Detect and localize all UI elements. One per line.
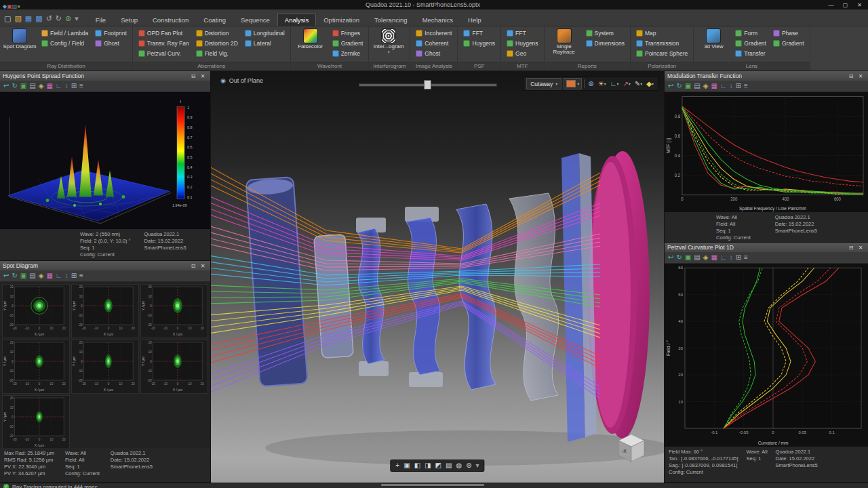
ribbon-button-lateral[interactable]: Lateral [242,38,288,48]
ribbon-button-transmission[interactable]: Transmission [633,38,690,48]
ribbon-button-footprint[interactable]: Footprint [92,28,130,38]
back-icon[interactable]: ↩ [3,82,9,90]
tab-coating[interactable]: Coating [196,14,233,26]
back-icon[interactable]: ↩ [668,82,673,90]
ribbon-button-huygens[interactable]: Huygens [460,38,498,48]
axes-icon[interactable]: ∟ [720,253,727,262]
panel-close-button[interactable]: ✕ [198,263,208,269]
tab-optimization[interactable]: Optimization [316,14,367,26]
lens-3d-viewport[interactable]: ◉ Out of Plane Cutaway ▾ ▾ ⊛☀▾∟▾↗▾✎▾◆▾ [211,71,664,483]
lock-icon[interactable]: ◈ [39,272,44,280]
ribbon-button-transfer[interactable]: Transfer [732,48,769,58]
mtf-plot[interactable]: 02004006000.20.40.60.8Spatial Frequency … [665,92,868,212]
ribbon-button-map[interactable]: Map [633,28,690,38]
scale-icon[interactable]: ↕ [65,82,68,90]
scale-icon[interactable]: ↕ [65,272,68,280]
petzval-plot[interactable]: -0.1-0.0500.050.1102030405060Curvature /… [665,264,868,447]
redo-icon[interactable]: ↻ [56,14,62,23]
ribbon-button-inter-ogram[interactable]: Inter...ogram▾ [372,28,406,55]
ribbon-button-distortion-2d[interactable]: Distortion 2D [193,38,241,48]
legend-icon[interactable]: ≡ [744,253,748,262]
spot-diagram-cell[interactable]: -20-100102020100-10-20X / µmY / µm [2,284,70,338]
refresh-icon[interactable]: ↻ [676,253,682,262]
render-options-icon[interactable]: ☀▾ [597,80,608,87]
side-view-icon[interactable]: ◨ [425,462,431,470]
palette-icon[interactable]: ▦ [711,82,717,90]
ribbon-button-spot-diagram[interactable]: Spot Diagram [3,28,37,49]
ribbon-button-phase[interactable]: Phase [770,28,807,38]
ribbon-button-falsecolor[interactable]: Falsecolor [294,28,328,49]
spot-diagram-cell[interactable]: -20-100102020100-10-20X / µmY / µm [71,284,139,338]
tab-file[interactable]: File [88,14,113,26]
cutaway-dropdown[interactable]: Cutaway ▾ [526,78,561,89]
tab-setup[interactable]: Setup [113,14,145,26]
snapshot-icon[interactable]: ▣ [685,253,691,262]
lock-icon[interactable]: ◈ [703,253,709,262]
panel-close-button[interactable]: ✕ [856,73,865,79]
palette-icon[interactable]: ▦ [46,82,52,90]
back-icon[interactable]: ↩ [668,253,673,262]
ribbon-button-gradient[interactable]: Gradient [330,38,366,48]
tab-construction[interactable]: Construction [145,14,196,26]
palette-icon[interactable]: ▦ [711,253,717,262]
spot-diagram-cell[interactable]: -20-100102020100-10-20X / µmY / µm [71,340,139,394]
undo-icon[interactable]: ↺ [46,14,52,23]
tab-tolerancing[interactable]: Tolerancing [367,14,415,26]
save-icon[interactable]: ▦ [25,14,32,23]
ribbon-button-zernike[interactable]: Zernike [330,48,366,58]
mtf-panel-titlebar[interactable]: Modulation Transfer Function ⊟ ✕ [665,71,868,81]
snapshot-icon[interactable]: ▣ [20,272,26,280]
copy-icon[interactable]: ▤ [29,272,35,280]
ray-display-icon[interactable]: ↗▾ [621,80,631,87]
grid-icon[interactable]: ⊞ [71,82,77,90]
front-view-icon[interactable]: ◧ [414,462,420,470]
annotate-icon[interactable]: ✎▾ [633,80,644,87]
refresh-icon[interactable]: ↻ [12,82,17,90]
ribbon-button-fft[interactable]: FFT [504,28,541,38]
ribbon-button-huygens[interactable]: Huygens [504,38,541,48]
ribbon-button-field-lambda[interactable]: Field / Lambda [39,28,91,38]
tab-analysis[interactable]: Analysis [277,14,316,26]
more-caret-icon[interactable]: ▾ [476,462,479,470]
spot-diagram-cell[interactable]: -20-100102020100-10-20X / µmY / µm [2,395,70,448]
legend-icon[interactable]: ≡ [79,82,83,90]
lock-icon[interactable]: ◈ [39,82,44,90]
save-all-icon[interactable]: ▩ [35,14,42,23]
axes-icon[interactable]: ∟ [56,82,62,90]
cutaway-color-dropdown[interactable]: ▾ [564,78,582,89]
spot-panel-titlebar[interactable]: Spot Diagram ⊟ ✕ [0,261,210,270]
axes-icon[interactable]: ∟ [720,82,727,90]
cube-view-icon[interactable]: ▣ [403,462,410,470]
refresh-icon[interactable]: ↻ [676,82,682,90]
lock-icon[interactable]: ◈ [703,82,709,90]
ribbon-button-ghost[interactable]: Ghost [92,38,130,48]
scale-icon[interactable]: ↕ [730,82,733,90]
h-scrollbar[interactable] [381,484,484,486]
layers-icon[interactable]: ▤ [446,462,452,470]
panel-minimize-button[interactable]: ⊟ [846,245,856,251]
ribbon-button-coherent[interactable]: Coherent [413,38,454,48]
ribbon-button-gradient[interactable]: Gradient [770,38,807,48]
ribbon-button-transv-ray-fan[interactable]: Transv. Ray Fan [136,38,192,48]
ribbon-button-petzval-curv[interactable]: Petzval Curv. [136,48,192,58]
tab-help[interactable]: Help [460,14,489,26]
panel-close-button[interactable]: ✕ [198,73,208,79]
petzval-panel-titlebar[interactable]: Petzval Curvature Plot 1D ⊟ ✕ [665,243,868,252]
grid-icon[interactable]: ⊞ [736,82,741,90]
panel-close-button[interactable]: ✕ [856,245,865,251]
back-icon[interactable]: ↩ [3,272,9,280]
ribbon-button-dimensions[interactable]: Dimensions [583,38,627,48]
ribbon-button-single-raytrace[interactable]: Single Raytrace [547,28,581,56]
pan-icon[interactable]: + [395,462,399,470]
ribbon-button-gradient[interactable]: Gradient [732,38,769,48]
spot-diagram-cell[interactable]: -20-100102020100-10-20X / µmY / µm [2,340,70,394]
minimize-button[interactable]: — [825,2,837,8]
ribbon-button-fft[interactable]: FFT [460,28,498,38]
legend-icon[interactable]: ≡ [79,272,83,280]
copy-icon[interactable]: ▤ [29,82,35,90]
spot-diagram-cell[interactable]: -20-100102020100-10-20X / µmY / µm [140,284,208,338]
snapshot-icon[interactable]: ▣ [20,82,26,90]
ribbon-button-config-field[interactable]: Config / Field [39,38,91,48]
ribbon-button-field-vig[interactable]: Field Vig. [193,48,241,58]
lens-3d-scene[interactable] [211,71,664,483]
